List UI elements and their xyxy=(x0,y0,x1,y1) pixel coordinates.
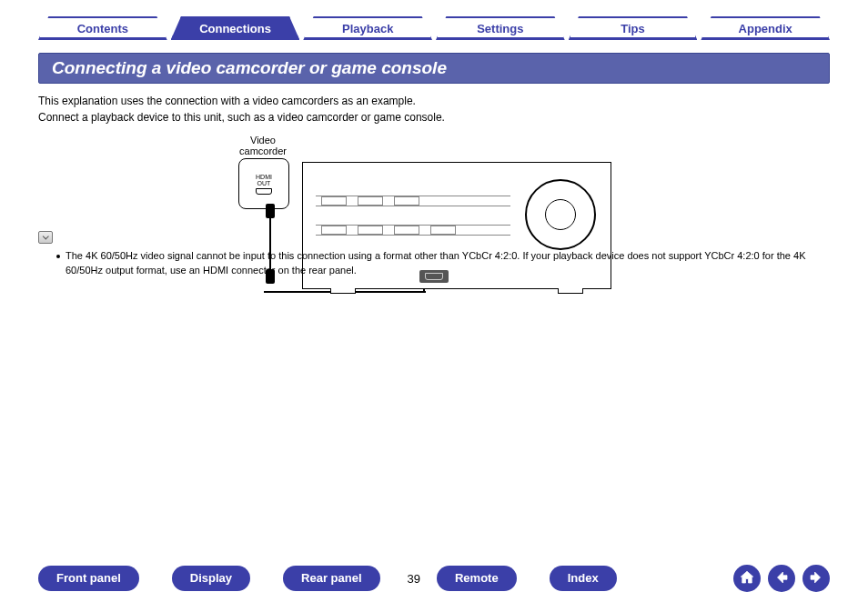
arrow-left-icon xyxy=(773,569,790,588)
note-list: The 4K 60/50Hz video signal cannot be in… xyxy=(56,249,830,277)
intro-text: This explanation uses the connection wit… xyxy=(38,93,830,125)
note-icon xyxy=(38,231,53,244)
rear-panel-button[interactable]: Rear panel xyxy=(283,566,379,591)
home-button[interactable] xyxy=(733,565,761,592)
camcorder-label-l1: Video xyxy=(231,135,295,145)
tab-tips[interactable]: Tips xyxy=(569,16,698,40)
tab-contents[interactable]: Contents xyxy=(38,16,167,40)
connection-diagram: Video camcorder HDMI OUT xyxy=(238,135,630,209)
next-page-button[interactable] xyxy=(802,565,830,592)
camcorder-label: Video camcorder xyxy=(231,135,295,156)
camcorder-box: HDMI OUT xyxy=(238,158,289,209)
top-tabs: Contents Connections Playback Settings T… xyxy=(0,0,868,40)
intro-line-1: This explanation uses the connection wit… xyxy=(38,93,830,109)
hdmi-label-l2: OUT xyxy=(257,180,271,186)
remote-button[interactable]: Remote xyxy=(437,566,517,591)
index-button[interactable]: Index xyxy=(550,566,617,591)
hdmi-label-l1: HDMI xyxy=(256,174,272,180)
page-title: Connecting a video camcorder or game con… xyxy=(38,53,830,84)
tab-connections[interactable]: Connections xyxy=(171,16,300,40)
footer-nav: Front panel Display Rear panel 39 Remote… xyxy=(0,565,868,592)
hdmi-port-icon xyxy=(256,188,272,195)
volume-knob-icon xyxy=(525,179,596,250)
tab-appendix[interactable]: Appendix xyxy=(701,16,830,40)
display-button[interactable]: Display xyxy=(172,566,250,591)
front-panel-button[interactable]: Front panel xyxy=(38,566,139,591)
tab-settings[interactable]: Settings xyxy=(436,16,565,40)
page-number: 39 xyxy=(408,572,420,586)
intro-line-2: Connect a playback device to this unit, … xyxy=(38,109,830,125)
tab-playback[interactable]: Playback xyxy=(303,16,432,40)
note-item-1: The 4K 60/50Hz video signal cannot be in… xyxy=(56,249,830,277)
home-icon xyxy=(739,569,755,588)
camcorder-label-l2: camcorder xyxy=(231,145,295,156)
prev-page-button[interactable] xyxy=(768,565,795,592)
cable-vertical xyxy=(256,204,285,291)
arrow-right-icon xyxy=(808,569,824,588)
